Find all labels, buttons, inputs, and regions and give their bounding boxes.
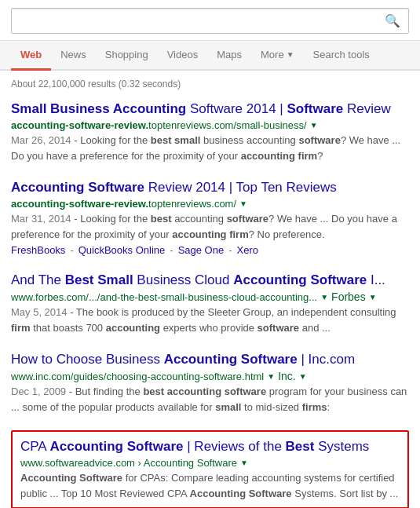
dropdown-arrow-icon[interactable]: ▼: [320, 293, 328, 302]
result-item: And The Best Small Business Cloud Accoun…: [11, 272, 409, 335]
result-url-line: accounting-software-review.toptenreviews…: [11, 119, 409, 131]
result-url-line: accounting-software-review.toptenreviews…: [11, 198, 409, 210]
sitelink[interactable]: Xero: [237, 244, 258, 256]
result-snippet: Mar 31, 2014 - Looking for the best acco…: [11, 211, 409, 242]
source-arrow-icon[interactable]: ▼: [299, 372, 307, 381]
result-title: Small Business Accounting Software 2014 …: [11, 101, 409, 118]
result-sitelinks: FreshBooks-QuickBooks Online-Sage One-Xe…: [11, 244, 409, 256]
dropdown-arrow-icon[interactable]: ▼: [240, 459, 248, 467]
source-arrow-icon[interactable]: ▼: [369, 293, 377, 302]
tab-more[interactable]: More ▼: [251, 41, 304, 71]
results-stats: About 22,100,000 results (0.32 seconds): [11, 75, 409, 90]
source-label: Forbes: [331, 291, 366, 303]
result-title: CPA Accounting Software | Reviews of the…: [20, 438, 400, 455]
result-url-line: www.softwareadvice.com › Accounting Soft…: [20, 457, 400, 469]
sitelink[interactable]: Sage One: [178, 244, 225, 256]
result-url: accounting-software-review.toptenreviews…: [11, 198, 236, 210]
search-icon[interactable]: 🔍: [385, 13, 400, 28]
result-snippet: Dec 1, 2009 - But finding the best accou…: [11, 384, 409, 415]
result-url: www.forbes.com/.../and-the-best-small-bu…: [11, 291, 317, 303]
result-snippet: Accounting Software for CPAs: Compare le…: [20, 470, 400, 501]
tab-shopping[interactable]: Shopping: [96, 41, 158, 71]
result-title: Accounting Software Review 2014 | Top Te…: [11, 179, 409, 196]
chevron-down-icon: ▼: [287, 50, 294, 59]
dropdown-arrow-icon[interactable]: ▼: [239, 199, 247, 208]
dropdown-arrow-icon[interactable]: ▼: [267, 372, 275, 381]
result-item: How to Choose Business Accounting Softwa…: [11, 351, 409, 415]
tab-web[interactable]: Web: [11, 41, 51, 71]
tab-news[interactable]: News: [51, 41, 96, 71]
dropdown-arrow-icon[interactable]: ▼: [310, 121, 318, 130]
tab-videos[interactable]: Videos: [158, 41, 208, 71]
sitelink[interactable]: FreshBooks: [11, 244, 65, 256]
sitelink[interactable]: QuickBooks Online: [79, 244, 166, 256]
result-url: www.softwareadvice.com › Accounting Soft…: [20, 457, 237, 469]
result-title: And The Best Small Business Cloud Accoun…: [11, 272, 409, 289]
source-label: Inc.: [278, 370, 296, 382]
result-url: www.inc.com/guides/choosing-accounting-s…: [11, 371, 264, 382]
result-item: Small Business Accounting Software 2014 …: [11, 101, 409, 163]
result-item-highlighted: CPA Accounting Software | Reviews of the…: [11, 430, 409, 508]
result-link[interactable]: CPA Accounting Software | Reviews of the…: [20, 439, 369, 454]
result-link[interactable]: Accounting Software Review 2014 | Top Te…: [11, 180, 337, 195]
result-url: accounting-software-review.toptenreviews…: [11, 119, 307, 131]
search-bar-container: best software for small accounting firms…: [0, 0, 420, 41]
result-snippet: May 5, 2014 - The book is produced by th…: [11, 305, 409, 335]
result-link[interactable]: And The Best Small Business Cloud Accoun…: [11, 272, 385, 287]
results-container: About 22,100,000 results (0.32 seconds) …: [0, 71, 420, 508]
result-snippet: Mar 26, 2014 - Looking for the best smal…: [11, 133, 409, 163]
tab-maps[interactable]: Maps: [207, 41, 251, 71]
result-url-line: www.forbes.com/.../and-the-best-small-bu…: [11, 291, 409, 303]
result-link[interactable]: Small Business Accounting Software 2014 …: [11, 101, 391, 116]
result-link[interactable]: How to Choose Business Accounting Softwa…: [11, 352, 355, 367]
tab-search-tools[interactable]: Search tools: [304, 41, 379, 71]
result-url-line: www.inc.com/guides/choosing-accounting-s…: [11, 370, 409, 382]
result-title: How to Choose Business Accounting Softwa…: [11, 351, 409, 368]
search-input[interactable]: best software for small accounting firms: [20, 14, 380, 27]
nav-tabs: Web News Shopping Videos Maps More ▼ Sea…: [0, 41, 420, 71]
result-item: Accounting Software Review 2014 | Top Te…: [11, 179, 409, 256]
search-bar: best software for small accounting firms…: [11, 8, 409, 34]
